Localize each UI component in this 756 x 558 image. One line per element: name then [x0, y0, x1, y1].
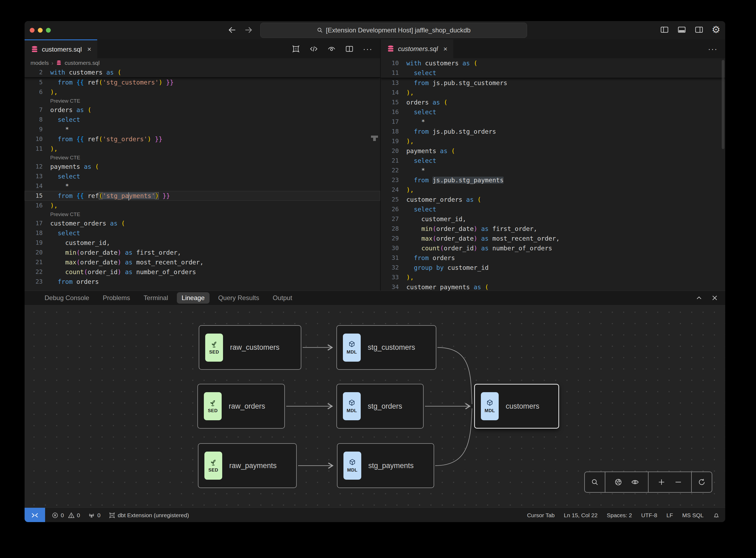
status-item-errors[interactable]: 0: [52, 512, 64, 519]
code-line-11[interactable]: 11),: [25, 144, 380, 154]
close-panel-icon[interactable]: [711, 294, 719, 302]
preview-eye-icon[interactable]: [327, 45, 336, 53]
code-line-18[interactable]: 18 from js.pub.stg_orders: [381, 127, 725, 136]
command-center-search-bar[interactable]: [Extension Development Host] jaffle_shop…: [260, 23, 527, 38]
status-item-warnings[interactable]: 0: [68, 512, 80, 519]
remote-indicator[interactable]: [25, 508, 45, 522]
code-line-8[interactable]: 8 select: [25, 115, 380, 125]
code-line-23[interactable]: 23 from orders: [25, 277, 380, 286]
status-item-cursor-tab[interactable]: Cursor Tab: [527, 512, 554, 518]
toggle-sidebar-right-icon[interactable]: [695, 25, 704, 34]
code-line-18[interactable]: 18 select: [25, 228, 380, 238]
status-item-dbt-extension[interactable]: dbt Extension (unregistered): [108, 512, 189, 519]
code-lens-label[interactable]: Preview CTE: [50, 97, 80, 105]
code-lens[interactable]: Preview CTE: [25, 210, 380, 219]
code-lens-label[interactable]: Preview CTE: [50, 210, 80, 219]
code-line-5[interactable]: 5 from {{ ref('stg_customers') }}: [25, 77, 380, 87]
code-line-22[interactable]: 22 *: [381, 166, 725, 175]
code-line-7[interactable]: 7orders as (: [25, 105, 380, 115]
panel-tab-debug-console[interactable]: Debug Console: [40, 292, 94, 304]
code-line-15[interactable]: 15 from {{ ref('stg_payments') }}: [25, 191, 380, 201]
breadcrumb[interactable]: models › customers.sql: [25, 58, 380, 68]
lineage-canvas[interactable]: SEDraw_customersMDLstg_customersSEDraw_o…: [25, 305, 725, 507]
back-icon[interactable]: [228, 25, 237, 34]
lineage-node-customers[interactable]: MDLcustomers: [474, 384, 559, 429]
minimize-window-button[interactable]: [38, 28, 43, 33]
lineage-node-stg_orders[interactable]: MDLstg_orders: [336, 384, 424, 429]
code-line-30[interactable]: 30 count(order_id) as number_of_orders: [381, 243, 725, 253]
lineage-node-raw_payments[interactable]: SEDraw_payments: [198, 443, 297, 488]
panel-tab-problems[interactable]: Problems: [98, 292, 135, 304]
code-line-34[interactable]: 34customer_payments as (: [381, 282, 725, 290]
code-line-16[interactable]: 16),: [25, 201, 380, 210]
status-item-notifications[interactable]: [713, 512, 720, 519]
lineage-node-raw_customers[interactable]: SEDraw_customers: [199, 325, 301, 370]
maximize-panel-icon[interactable]: [695, 294, 703, 302]
code-line-12[interactable]: 12payments as (: [25, 162, 380, 172]
code-line-19[interactable]: 19 customer_id,: [25, 238, 380, 248]
status-item-eol[interactable]: LF: [667, 512, 673, 518]
code-lens[interactable]: Preview CTE: [25, 97, 380, 105]
close-tab-icon[interactable]: ×: [443, 45, 447, 53]
code-line-9[interactable]: 9 *: [25, 125, 380, 134]
zoom-in-icon[interactable]: [657, 478, 666, 486]
code-line-13[interactable]: 13 from js.pub.stg_customers: [381, 78, 725, 88]
code-line-24[interactable]: 24),: [381, 185, 725, 195]
eye-icon[interactable]: [631, 478, 639, 486]
editor-left[interactable]: 2with customers as ( 5 from {{ ref('stg_…: [25, 68, 380, 290]
code-lens[interactable]: Preview CTE: [25, 154, 380, 162]
code-line-14[interactable]: 14),: [381, 88, 725, 98]
code-line-22[interactable]: 22 count(order_id) as number_of_orders: [25, 267, 380, 277]
more-actions-icon[interactable]: ···: [363, 44, 373, 53]
zoom-out-icon[interactable]: [674, 478, 682, 486]
code-line-31[interactable]: 31 from orders: [381, 253, 725, 263]
lineage-node-stg_customers[interactable]: MDLstg_customers: [336, 325, 436, 370]
code-line-19[interactable]: 19),: [381, 136, 725, 146]
code-line-6[interactable]: 6),: [25, 87, 380, 97]
status-item-indentation[interactable]: Spaces: 2: [607, 512, 632, 518]
code-line-26[interactable]: 26 select: [381, 204, 725, 214]
code-line-21[interactable]: 21 select: [381, 156, 725, 166]
code-line-13[interactable]: 13 select: [25, 172, 380, 181]
close-tab-icon[interactable]: ×: [87, 45, 91, 53]
code-line-20[interactable]: 20 min(order_date) as first_order,: [25, 248, 380, 257]
code-line-17[interactable]: 17 *: [381, 117, 725, 127]
code-line-21[interactable]: 21 max(order_date) as most_recent_order,: [25, 257, 380, 267]
code-line-23[interactable]: 23 from js.pub.stg_payments: [381, 175, 725, 185]
code-line-11[interactable]: 11 select: [381, 68, 725, 78]
code-line-29[interactable]: 29 max(order_date) as most_recent_order,: [381, 234, 725, 243]
scrollbar-thumb[interactable]: [722, 60, 724, 149]
code-line-10[interactable]: 10 from {{ ref('stg_orders') }}: [25, 134, 380, 144]
code-line-28[interactable]: 28 min(order_date) as first_order,: [381, 224, 725, 234]
close-window-button[interactable]: [30, 28, 34, 33]
tab-customers-sql-right[interactable]: customers.sql ×: [381, 40, 453, 58]
search-icon[interactable]: [591, 478, 599, 486]
toggle-sidebar-left-icon[interactable]: [660, 25, 669, 34]
code-line-2[interactable]: 2with customers as (: [25, 68, 380, 77]
code-line-16[interactable]: 16 select: [381, 107, 725, 117]
code-line-10[interactable]: 10with customers as (: [381, 58, 725, 68]
lineage-node-raw_orders[interactable]: SEDraw_orders: [198, 384, 285, 429]
code-line-20[interactable]: 20payments as (: [381, 146, 725, 156]
scrollbar-thumb[interactable]: [371, 135, 378, 138]
aperture-icon[interactable]: [614, 478, 622, 486]
panel-tab-output[interactable]: Output: [268, 292, 297, 304]
status-item-line-col[interactable]: Ln 15, Col 22: [564, 512, 598, 518]
refresh-icon[interactable]: [698, 478, 706, 486]
code-line-25[interactable]: 25customer_orders as (: [381, 195, 725, 204]
status-item-encoding[interactable]: UTF-8: [641, 512, 657, 518]
code-line-27[interactable]: 27 customer_id,: [381, 214, 725, 224]
status-item-language-mode[interactable]: MS SQL: [682, 512, 704, 518]
code-line-15[interactable]: 15orders as (: [381, 98, 725, 107]
compiled-code-icon[interactable]: [309, 45, 318, 53]
code-line-14[interactable]: 14 *: [25, 181, 380, 191]
breadcrumb-file[interactable]: customers.sql: [64, 60, 100, 66]
settings-gear-icon[interactable]: ⚙: [712, 25, 720, 34]
code-lens-label[interactable]: Preview CTE: [50, 154, 80, 162]
dbt-action-icon[interactable]: [292, 45, 300, 53]
panel-tab-lineage[interactable]: Lineage: [177, 292, 210, 304]
tab-customers-sql-left[interactable]: customers.sql ×: [25, 40, 97, 58]
breadcrumb-folder[interactable]: models: [30, 60, 49, 66]
code-line-17[interactable]: 17customer_orders as (: [25, 219, 380, 228]
code-line-32[interactable]: 32 group by customer_id: [381, 263, 725, 273]
